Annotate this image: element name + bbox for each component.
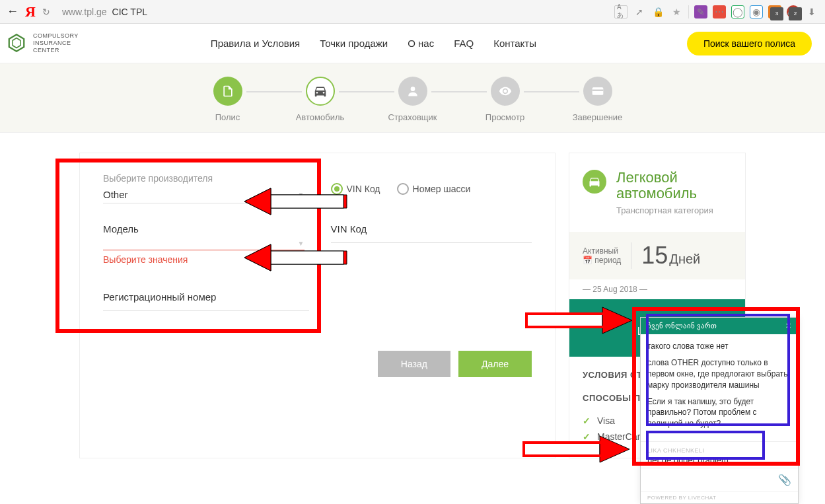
form-panel: Выберите производителя Other ▼ VIN Код Н… xyxy=(79,153,556,458)
chat-footer: POWERED BY LIVECHAT xyxy=(641,491,798,503)
ext-dots-icon[interactable]: ⋯ xyxy=(713,5,726,18)
radio-unchecked-icon xyxy=(397,183,409,195)
star-icon[interactable]: ★ xyxy=(670,5,683,18)
divider xyxy=(688,5,689,18)
car-circle-icon xyxy=(583,170,606,194)
eye-icon xyxy=(491,77,520,106)
radio-vin[interactable]: VIN Код xyxy=(331,183,380,195)
browser-bar: ← Я ↻ www.tpl.ge CIC TPL Aあ ➚ 🔒 ★ ✎ ⋯ ◯ … xyxy=(0,0,825,24)
nav-rules[interactable]: Правила и Условия xyxy=(211,38,300,49)
vehicle-title: Легковой автомобиль xyxy=(616,170,732,201)
lock-icon[interactable]: 🔒 xyxy=(651,5,664,18)
translate-icon[interactable]: Aあ xyxy=(614,5,628,18)
manufacturer-field[interactable]: Выберите производителя Other ▼ xyxy=(103,173,305,203)
nav-contacts[interactable]: Контакты xyxy=(493,38,536,49)
manufacturer-label: Выберите производителя xyxy=(103,173,305,184)
ext-shield-icon[interactable]: ◯ xyxy=(731,5,744,18)
chat-header[interactable]: ჩვენ ონლაინ ვართ ✕ xyxy=(641,318,798,334)
vehicle-type-box: Легковой автомобиль Транспортная категор… xyxy=(569,153,745,232)
period-date: — 25 Aug 2018 — xyxy=(569,279,745,299)
send-icon[interactable]: ➚ xyxy=(633,5,646,18)
step-insurer: Страховщик xyxy=(367,77,459,122)
step-review: Просмотр xyxy=(459,77,552,122)
chevron-down-icon: ▼ xyxy=(298,240,305,247)
nav-faq[interactable]: FAQ xyxy=(454,38,474,49)
model-field[interactable]: Модель ▼ Выберите значения xyxy=(103,223,305,265)
form-buttons: Назад Далее xyxy=(103,351,532,377)
card-icon xyxy=(583,77,612,106)
ext-badge-orange-icon[interactable]: 🔥3 xyxy=(768,5,781,18)
yandex-logo[interactable]: Я xyxy=(25,3,36,20)
period-box: Активный 📅 период 15 Дней xyxy=(569,232,745,279)
svg-marker-1 xyxy=(13,38,20,48)
attachment-icon[interactable]: 📎 xyxy=(778,474,791,486)
steps-bar: Полис Автомобиль Страховщик Просмотр xyxy=(0,63,825,133)
chat-input[interactable] xyxy=(647,476,778,485)
refresh-icon[interactable]: ↻ xyxy=(42,7,50,17)
manufacturer-value: Other xyxy=(103,189,128,200)
url-text: www.tpl.ge xyxy=(62,7,107,17)
document-icon xyxy=(213,77,242,106)
svg-rect-4 xyxy=(592,90,603,92)
chat-input-area: 📎 xyxy=(641,468,798,491)
period-days: Дней xyxy=(669,252,700,267)
chat-widget: ჩვენ ონლაინ ვართ ✕ такого слова тоже нет… xyxy=(640,317,799,504)
period-number: 15 xyxy=(641,242,668,270)
radio-chassis[interactable]: Номер шасси xyxy=(397,183,471,195)
model-error: Выберите значения xyxy=(103,254,305,265)
search-policy-button[interactable]: Поиск вашего полиса xyxy=(687,32,812,55)
chat-message: слова OTHER доступно только в первом окн… xyxy=(647,357,791,390)
nav-sales[interactable]: Точки продажи xyxy=(320,38,388,49)
site-header: COMPULSORY INSURANCE CENTER Правила и Ус… xyxy=(0,24,825,63)
model-label: Модель xyxy=(103,223,305,234)
download-icon[interactable]: ⬇ xyxy=(805,5,818,18)
chat-reply: LIKA CHKHENKELI net ne budet prablem. xyxy=(641,441,798,468)
ext-swirl-icon[interactable]: ◉ xyxy=(750,5,763,18)
vin-label: VIN Код xyxy=(331,223,532,234)
chat-agent-text: net ne budet prablem. xyxy=(647,455,791,465)
chat-agent-name: LIKA CHKHENKELI xyxy=(647,447,791,454)
vin-field[interactable]: VIN Код xyxy=(331,223,532,265)
chat-close-icon[interactable]: ✕ xyxy=(785,322,791,330)
back-button[interactable]: Назад xyxy=(378,351,450,377)
registration-field[interactable]: Регистрационный номер xyxy=(103,291,309,311)
vehicle-subtitle: Транспортная категория xyxy=(616,205,732,215)
chevron-down-icon: ▼ xyxy=(298,191,305,198)
main-nav: Правила и Условия Точки продажи О нас FA… xyxy=(211,38,536,49)
ext-adblock-icon[interactable]: AB2 xyxy=(787,5,800,18)
nav-about[interactable]: О нас xyxy=(408,38,434,49)
ext-feather-icon[interactable]: ✎ xyxy=(694,5,707,18)
chat-body: такого слова тоже нет слова OTHER доступ… xyxy=(641,334,798,441)
url-bar[interactable]: www.tpl.ge CIC TPL xyxy=(57,7,608,17)
page-title-text: CIC TPL xyxy=(112,7,147,17)
step-policy[interactable]: Полис xyxy=(182,77,274,122)
logo-icon xyxy=(7,33,26,53)
id-type-radio-group: VIN Код Номер шасси xyxy=(331,173,532,195)
car-icon xyxy=(306,77,335,106)
person-icon xyxy=(398,77,427,106)
browser-extensions: Aあ ➚ 🔒 ★ ✎ ⋯ ◯ ◉ 🔥3 AB2 ⬇ xyxy=(614,5,818,18)
step-complete: Завершение xyxy=(552,77,644,122)
back-icon[interactable]: ← xyxy=(7,5,18,18)
chat-message: Если я так напишу, это будет правильно? … xyxy=(647,396,791,429)
chat-message: такого слова тоже нет xyxy=(647,341,791,352)
logo[interactable]: COMPULSORY INSURANCE CENTER xyxy=(7,32,79,54)
step-auto[interactable]: Автомобиль xyxy=(274,77,367,122)
registration-label: Регистрационный номер xyxy=(103,291,309,303)
svg-point-2 xyxy=(410,87,415,91)
logo-text: COMPULSORY INSURANCE CENTER xyxy=(33,32,79,54)
svg-marker-0 xyxy=(9,35,24,52)
radio-checked-icon xyxy=(331,183,343,195)
next-button[interactable]: Далее xyxy=(458,351,532,377)
